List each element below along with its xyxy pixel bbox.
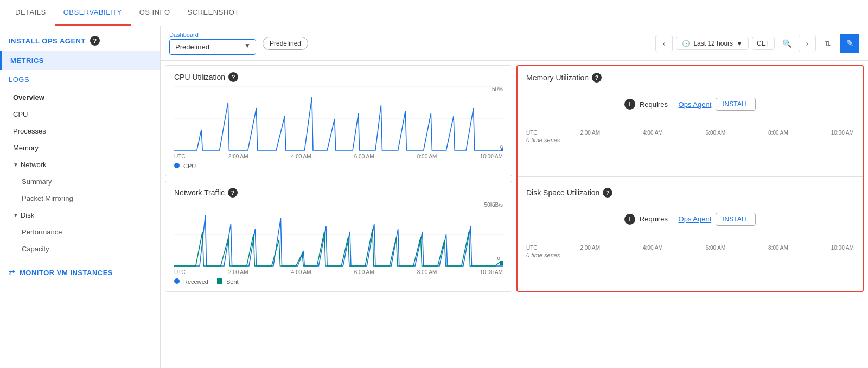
svg-text:0: 0 [497,256,500,261]
logs-section-header[interactable]: LOGS [0,70,160,89]
sidebar-item-processes[interactable]: Processes [0,123,160,139]
cpu-chart-svg: 0 [174,86,503,151]
cpu-x-axis: UTC 2:00 AM 4:00 AM 6:00 AM 8:00 AM 10:0… [174,154,503,160]
cpu-title-text: CPU Utilization [174,73,225,81]
disk-chart-title: Disk Space Utilization ? [526,188,854,198]
charts-right: Memory Utilization ? i Requires Ops Agen… [516,65,864,292]
disk-chart-card: Disk Space Utilization ? i Requires Ops … [518,181,863,291]
disk-requires-text: Requires [640,215,668,223]
install-ops-agent-link[interactable]: INSTALL OPS AGENT [9,37,86,45]
install-ops-agent-row: INSTALL OPS AGENT ? [0,30,160,51]
cpu-legend: CPU [174,163,503,169]
toolbar: Dashboard Predefined ▼ Predefined ‹ 🕓 La… [161,26,868,61]
monitor-vm-link[interactable]: MONITOR VM INSTANCES [20,269,113,277]
main-layout: INSTALL OPS AGENT ? METRICS LOGS Overvie… [0,26,868,368]
tab-details[interactable]: DETAILS [7,0,55,26]
sent-legend-label: Sent [226,278,239,285]
svg-rect-8 [500,261,503,265]
network-chevron-icon: ▼ [13,162,18,168]
sent-legend-square [217,278,222,284]
sidebar-item-cpu[interactable]: CPU [0,106,160,123]
sidebar-item-overview[interactable]: Overview [0,89,160,106]
cpu-chart-title: CPU Utilization ? [174,72,503,82]
memory-info-icon: i [624,99,635,110]
cpu-legend-item: CPU [174,163,196,169]
charts-area: CPU Utilization ? 50% [161,61,868,296]
install-ops-agent-help-icon[interactable]: ? [90,36,100,46]
disk-title-text: Disk Space Utilization [526,188,599,197]
disk-x-axis: UTC 2:00 AM 4:00 AM 6:00 AM 8:00 AM 10:0… [526,245,854,251]
main-content: Dashboard Predefined ▼ Predefined ‹ 🕓 La… [161,26,868,368]
clock-icon: 🕓 [682,40,690,47]
tab-screenshot[interactable]: SCREENSHOT [179,0,248,26]
compare-icon-btn[interactable]: ⇅ [819,35,837,52]
toolbar-right: ‹ 🕓 Last 12 hours ▼ CET 🔍 › ⇅ ✎ [655,34,859,53]
timezone-badge[interactable]: CET [752,37,775,50]
sidebar: INSTALL OPS AGENT ? METRICS LOGS Overvie… [0,26,161,368]
sidebar-item-packet-mirroring[interactable]: Packet Mirroring [0,190,160,207]
charts-left: CPU Utilization ? 50% [165,65,512,292]
disk-axis-area: UTC 2:00 AM 4:00 AM 6:00 AM 8:00 AM 10:0… [526,239,854,251]
tab-os-info[interactable]: OS INFO [131,0,179,26]
received-legend-label: Received [183,278,208,285]
sidebar-item-performance[interactable]: Performance [0,224,160,240]
network-help-icon[interactable]: ? [228,188,238,198]
dashboard-label: Dashboard [169,31,256,38]
memory-title-text: Memory Utilization [526,73,589,82]
dropdown-wrapper: Predefined ▼ [169,39,256,55]
sidebar-group-disk[interactable]: ▼ Disk [0,207,160,224]
sidebar-group-network[interactable]: ▼ Network [0,156,160,173]
top-tab-bar: DETAILS OBSERVABILITY OS INFO SCREENSHOT [0,0,868,26]
dashboard-dropdown-container: Dashboard Predefined ▼ [169,31,256,55]
memory-requires-overlay: i Requires Ops Agent INSTALL [526,87,854,122]
memory-ops-agent-link[interactable]: Ops Agent [679,100,712,109]
next-btn[interactable]: › [799,35,816,52]
network-legend: Received Sent [174,278,503,285]
network-title-text: Network Traffic [174,188,225,197]
network-chart-card: Network Traffic ? 50KiB/s [165,181,512,292]
time-range-label: Last 12 hours [693,40,733,47]
disk-info-icon: i [624,214,635,225]
memory-chart-card: Memory Utilization ? i Requires Ops Agen… [518,66,863,177]
disk-zero-series: 0 time series [526,252,854,258]
received-legend-dot [174,278,180,284]
sidebar-item-memory[interactable]: Memory [0,139,160,156]
network-group-label: Network [21,161,47,169]
cpu-chart-card: CPU Utilization ? 50% [165,65,512,176]
memory-chart-title: Memory Utilization ? [526,73,854,83]
memory-install-btn[interactable]: INSTALL [716,98,756,111]
network-x-axis: UTC 2:00 AM 4:00 AM 6:00 AM 8:00 AM 10:0… [174,269,503,275]
cpu-chart-wrapper: 50% 0 [174,86,503,151]
sidebar-item-capacity[interactable]: Capacity [0,240,160,257]
network-chart-wrapper: 50KiB/s 0 [174,202,503,267]
monitor-vm-icon: ⇄ [9,268,15,277]
svg-text:0: 0 [500,144,503,150]
memory-x-axis: UTC 2:00 AM 4:00 AM 6:00 AM 8:00 AM 10:0… [526,130,854,136]
disk-install-btn[interactable]: INSTALL [716,213,756,226]
memory-zero-series: 0 time series [526,137,854,143]
memory-axis-area: UTC 2:00 AM 4:00 AM 6:00 AM 8:00 AM 10:0… [526,124,854,136]
cpu-legend-dot [174,163,180,168]
search-icon-btn[interactable]: 🔍 [778,35,795,52]
prev-btn[interactable]: ‹ [655,35,673,52]
time-range-btn[interactable]: 🕓 Last 12 hours ▼ [676,37,749,50]
memory-help-icon[interactable]: ? [592,73,602,83]
network-chart-svg: 0 [174,202,503,267]
time-range-arrow-icon: ▼ [736,40,743,47]
network-y-label: 50KiB/s [484,202,503,208]
disk-requires-overlay: i Requires Ops Agent INSTALL [526,202,854,237]
network-chart-title: Network Traffic ? [174,188,503,198]
disk-chevron-icon: ▼ [13,212,18,218]
sent-legend-item: Sent [217,278,239,285]
disk-help-icon[interactable]: ? [603,188,612,198]
memory-requires-text: Requires [640,100,668,109]
metrics-section-header[interactable]: METRICS [0,51,160,70]
disk-ops-agent-link[interactable]: Ops Agent [679,215,712,223]
dashboard-select[interactable]: Predefined [169,39,256,55]
edit-btn[interactable]: ✎ [840,34,859,53]
monitor-vm-row: ⇄ MONITOR VM INSTANCES [0,262,160,283]
tab-observability[interactable]: OBSERVABILITY [55,0,131,26]
sidebar-item-summary[interactable]: Summary [0,173,160,190]
cpu-help-icon[interactable]: ? [228,72,238,82]
predefined-badge[interactable]: Predefined [263,37,308,50]
